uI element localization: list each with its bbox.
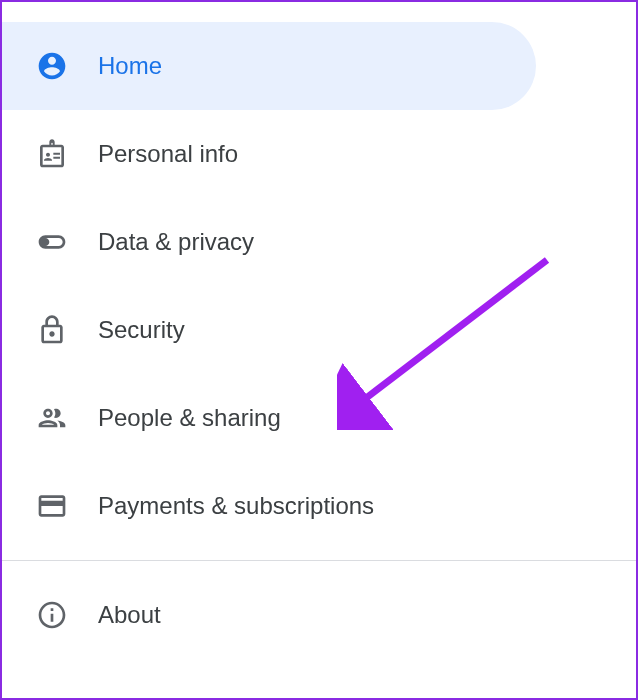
badge-icon: [36, 138, 68, 170]
nav-item-security[interactable]: Security: [2, 286, 636, 374]
sidebar-navigation: Home Personal info Data & privacy Securi…: [2, 2, 636, 659]
lock-icon: [36, 314, 68, 346]
people-icon: [36, 402, 68, 434]
nav-item-about[interactable]: About: [2, 571, 636, 659]
nav-item-label: Home: [98, 52, 162, 80]
divider: [2, 560, 636, 561]
nav-item-home[interactable]: Home: [2, 22, 536, 110]
nav-item-label: Payments & subscriptions: [98, 492, 374, 520]
info-icon: [36, 599, 68, 631]
nav-item-label: People & sharing: [98, 404, 281, 432]
nav-item-personal-info[interactable]: Personal info: [2, 110, 636, 198]
account-circle-icon: [36, 50, 68, 82]
nav-item-people-sharing[interactable]: People & sharing: [2, 374, 636, 462]
nav-item-label: Security: [98, 316, 185, 344]
nav-item-label: Data & privacy: [98, 228, 254, 256]
nav-item-label: Personal info: [98, 140, 238, 168]
nav-item-payments[interactable]: Payments & subscriptions: [2, 462, 636, 550]
nav-item-data-privacy[interactable]: Data & privacy: [2, 198, 636, 286]
toggle-icon: [36, 226, 68, 258]
credit-card-icon: [36, 490, 68, 522]
nav-item-label: About: [98, 601, 161, 629]
